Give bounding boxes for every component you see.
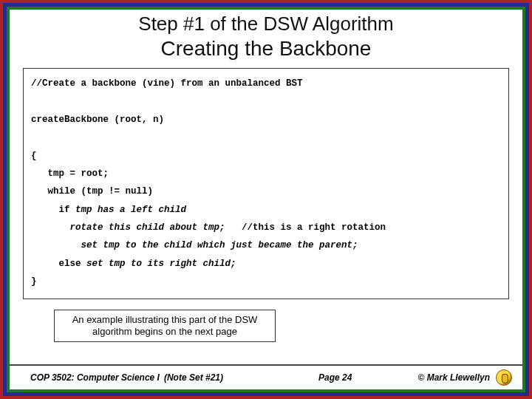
ucf-logo-icon — [496, 369, 512, 386]
code-line-italic: set tmp to its right child; — [86, 259, 236, 269]
footer-course: COP 3502: Computer Science I — [30, 372, 160, 383]
code-comment: //this is a right rotation — [225, 222, 386, 233]
code-line: } — [31, 276, 37, 287]
code-line-italic: rotate this child about tmp; — [31, 222, 225, 233]
footer-page: Page 24 — [223, 372, 417, 383]
frame-mid: Step #1 of the DSW Algorithm Creating th… — [3, 3, 529, 396]
code-line: else — [31, 259, 86, 269]
code-line: tmp = root; — [31, 168, 109, 179]
note-box: An example illustrating this part of the… — [54, 310, 276, 343]
code-line: { — [31, 151, 37, 161]
code-line: while (tmp != null) — [31, 186, 153, 197]
frame-outer: Step #1 of the DSW Algorithm Creating th… — [0, 0, 532, 399]
code-line: if — [31, 205, 75, 215]
code-line-italic: tmp has a left child — [75, 205, 186, 215]
slide-title-line1: Step #1 of the DSW Algorithm — [10, 13, 522, 35]
code-line-italic: set tmp to the child which just became t… — [31, 240, 358, 250]
code-line: //Create a backbone (vine) from an unbal… — [31, 78, 303, 89]
slide-footer: COP 3502: Computer Science I (Note Set #… — [10, 364, 522, 389]
footer-author: © Mark Llewellyn — [417, 372, 490, 383]
pseudocode-box: //Create a backbone (vine) from an unbal… — [23, 68, 509, 299]
title-block: Step #1 of the DSW Algorithm Creating th… — [10, 10, 522, 65]
footer-noteset: (Note Set #21) — [164, 372, 223, 383]
code-line: createBackbone (root, n) — [31, 115, 164, 125]
slide-title-line2: Creating the Backbone — [10, 37, 522, 61]
slide-content: Step #1 of the DSW Algorithm Creating th… — [7, 7, 525, 392]
note-text: An example illustrating this part of the… — [72, 314, 258, 337]
